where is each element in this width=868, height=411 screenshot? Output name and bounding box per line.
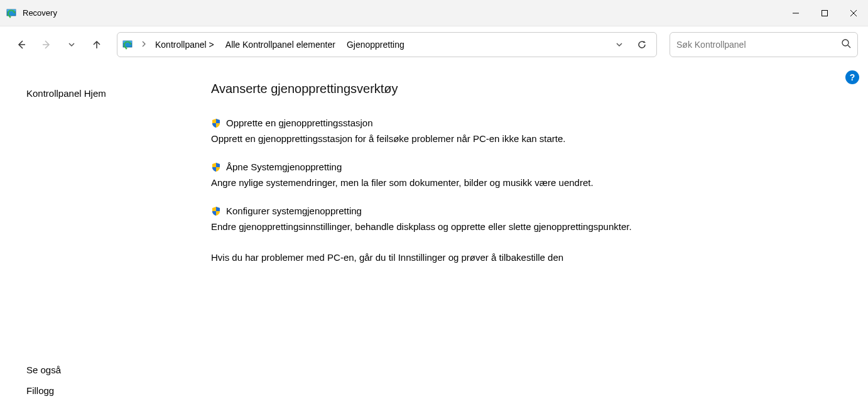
option-desc: Opprett en gjenopprettingsstasjon for å … bbox=[211, 132, 776, 145]
option-open-system-restore: Åpne Systemgjenoppretting Angre nylige s… bbox=[211, 162, 776, 189]
window-title: Recovery bbox=[23, 8, 57, 18]
svg-point-14 bbox=[842, 40, 849, 46]
address-dropdown-button[interactable] bbox=[610, 35, 629, 54]
search-box[interactable] bbox=[670, 32, 858, 57]
svg-rect-4 bbox=[822, 10, 828, 16]
close-button[interactable] bbox=[839, 0, 868, 26]
recent-locations-button[interactable] bbox=[60, 33, 83, 56]
body: Kontrollpanel Hjem Se også Fillogg ? Ava… bbox=[0, 63, 868, 411]
shield-icon bbox=[211, 162, 221, 172]
breadcrumb-all-items[interactable]: Alle Kontrollpanel elementer bbox=[222, 37, 339, 52]
sidebar-home-link[interactable]: Kontrollpanel Hjem bbox=[26, 85, 188, 101]
up-button[interactable] bbox=[85, 33, 108, 56]
toolbar: Kontrollpanel > Alle Kontrollpanel eleme… bbox=[0, 26, 868, 63]
chevron-right-icon[interactable] bbox=[140, 41, 148, 48]
option-desc: Angre nylige systemendringer, men la fil… bbox=[211, 176, 776, 189]
help-icon: ? bbox=[850, 72, 855, 82]
sidebar: Kontrollpanel Hjem Se også Fillogg bbox=[0, 63, 188, 411]
svg-line-15 bbox=[848, 45, 850, 48]
breadcrumb-recovery[interactable]: Gjenoppretting bbox=[343, 37, 408, 52]
option-link-configure-system-restore[interactable]: Konfigurer systemgjenoppretting bbox=[226, 206, 362, 216]
recovery-app-icon bbox=[6, 8, 18, 19]
minimize-button[interactable] bbox=[781, 0, 810, 26]
search-input[interactable] bbox=[676, 40, 841, 50]
forward-button[interactable] bbox=[35, 33, 58, 56]
shield-icon bbox=[211, 118, 221, 128]
search-icon[interactable] bbox=[841, 38, 851, 51]
back-button[interactable] bbox=[10, 33, 33, 56]
recovery-path-icon bbox=[122, 39, 134, 50]
content-area: ? Avanserte gjenopprettingsverktøy Oppre… bbox=[188, 63, 868, 411]
maximize-button[interactable] bbox=[810, 0, 839, 26]
svg-marker-12 bbox=[125, 48, 127, 50]
option-create-recovery-drive: Opprette en gjenopprettingsstasjon Oppre… bbox=[211, 118, 776, 145]
help-button[interactable]: ? bbox=[845, 70, 859, 84]
option-configure-system-restore: Konfigurer systemgjenoppretting Endre gj… bbox=[211, 206, 776, 233]
option-desc: Endre gjenopprettingsinnstillinger, beha… bbox=[211, 220, 776, 233]
svg-marker-13 bbox=[643, 41, 646, 43]
titlebar: Recovery bbox=[0, 0, 868, 26]
page-heading: Avanserte gjenopprettingsverktøy bbox=[211, 82, 843, 96]
breadcrumb-control-panel[interactable]: Kontrollpanel > bbox=[151, 37, 218, 52]
see-also-heading: Se også bbox=[26, 364, 188, 375]
refresh-button[interactable] bbox=[632, 35, 651, 54]
address-bar[interactable]: Kontrollpanel > Alle Kontrollpanel eleme… bbox=[117, 32, 657, 57]
shield-icon bbox=[211, 206, 221, 216]
footer-hint-text: Hvis du har problemer med PC-en, går du … bbox=[211, 252, 843, 263]
svg-marker-2 bbox=[9, 16, 11, 18]
see-also-file-history-link[interactable]: Fillogg bbox=[26, 383, 188, 398]
option-link-open-system-restore[interactable]: Åpne Systemgjenoppretting bbox=[226, 162, 342, 172]
option-link-create-recovery-drive[interactable]: Opprette en gjenopprettingsstasjon bbox=[226, 118, 373, 128]
